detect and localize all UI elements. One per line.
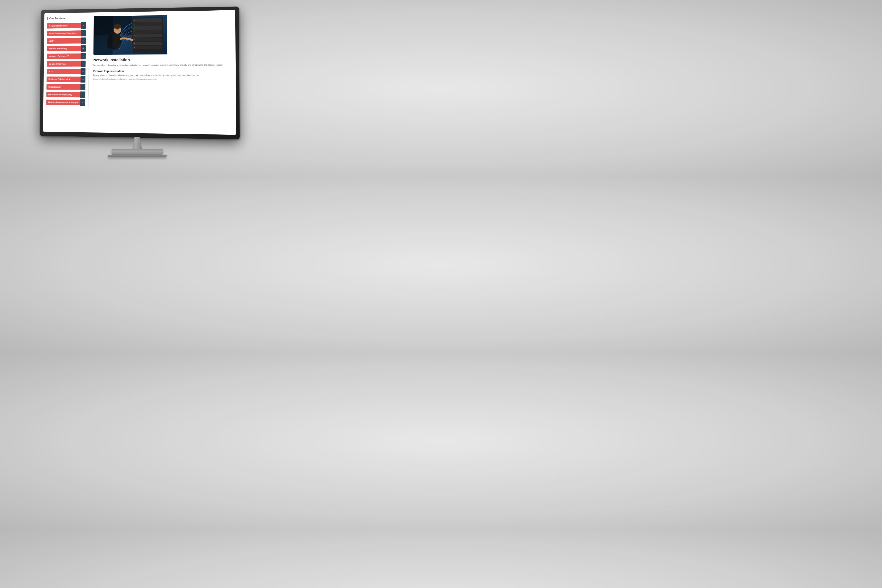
- service-arrow-voip: →: [81, 38, 86, 44]
- stand-neck: [130, 137, 144, 149]
- service-item-pos[interactable]: POS→: [46, 68, 86, 75]
- service-label-onsite-it: On-Site IT Services: [46, 61, 81, 67]
- monitor-container: Our Services Network Installation→Smart …: [34, 8, 240, 168]
- service-arrow-isp-network: →: [80, 92, 85, 98]
- service-label-managed-business: Managed Business IT: [47, 54, 81, 59]
- service-item-isp-network[interactable]: ISP Network Consultancy→: [46, 92, 86, 98]
- service-item-voip[interactable]: VOIP→: [47, 38, 86, 44]
- service-label-network-installation: Network Installation: [47, 23, 81, 28]
- subsection1-title: Firewall Implementation: [93, 70, 231, 73]
- svg-rect-30: [93, 16, 113, 55]
- content-title: Network Installation: [93, 57, 231, 62]
- service-arrow-onsite-it: →: [81, 61, 86, 67]
- svg-rect-4: [133, 22, 162, 26]
- sidebar-title: Our Services: [47, 16, 86, 20]
- service-item-smart-surveillance[interactable]: Smart Surveillance Solutions→: [47, 30, 86, 37]
- service-arrow-business-collaboration: →: [81, 76, 86, 83]
- service-label-website-dev: Website Development & Design: [46, 100, 80, 105]
- svg-rect-10: [133, 45, 162, 49]
- service-item-website-dev[interactable]: Website Development & Design→: [46, 99, 85, 106]
- service-arrow-network-installation: →: [81, 22, 86, 29]
- service-label-network-monitoring: Network Monitoring: [47, 46, 81, 51]
- service-arrow-managed-business: →: [81, 53, 86, 60]
- service-label-cybersecurity: Cybersecurity: [46, 84, 80, 90]
- svg-rect-6: [133, 30, 162, 34]
- content-description: We specialize in designing, implementing…: [93, 63, 231, 67]
- sidebar: Our Services Network Installation→Smart …: [43, 12, 89, 132]
- service-item-cybersecurity[interactable]: Cybersecurity→: [46, 84, 86, 90]
- service-label-isp-network: ISP Network Consultancy: [46, 92, 81, 98]
- service-item-business-collaboration[interactable]: Business Collaboration→: [46, 76, 86, 83]
- service-label-voip: VOIP: [47, 38, 81, 44]
- svg-rect-5: [133, 26, 162, 30]
- subsection1-description: Deploy advanced firewall solutions to sa…: [93, 74, 231, 77]
- service-arrow-website-dev: →: [80, 99, 85, 106]
- screen: Our Services Network Installation→Smart …: [43, 10, 236, 135]
- svg-rect-3: [133, 18, 162, 22]
- service-hero-image: [93, 15, 167, 55]
- service-item-managed-business[interactable]: Managed Business IT→: [47, 53, 86, 60]
- service-arrow-pos: →: [81, 68, 86, 75]
- service-arrow-network-monitoring: →: [81, 45, 86, 52]
- monitor-outer: Our Services Network Installation→Smart …: [40, 6, 240, 140]
- stand-base-bottom: [108, 155, 166, 157]
- svg-rect-31: [131, 16, 133, 54]
- main-content: Network Installation We specialize in de…: [88, 10, 236, 135]
- service-label-business-collaboration: Business Collaboration: [46, 76, 81, 82]
- svg-rect-9: [133, 42, 162, 45]
- sidebar-title-text: Our Services: [50, 16, 66, 20]
- service-item-network-installation[interactable]: Network Installation→: [47, 22, 86, 29]
- svg-rect-8: [133, 38, 162, 41]
- service-arrow-cybersecurity: →: [80, 84, 85, 90]
- subsection1-note: Customize firewall configurations based …: [93, 78, 231, 81]
- service-arrow-smart-surveillance: →: [81, 30, 86, 36]
- screen-content: Our Services Network Installation→Smart …: [43, 10, 236, 135]
- svg-rect-25: [114, 27, 122, 28]
- service-list: Network Installation→Smart Surveillance …: [46, 22, 86, 106]
- service-item-network-monitoring[interactable]: Network Monitoring→: [47, 45, 86, 52]
- service-label-pos: POS: [46, 69, 81, 74]
- svg-rect-7: [133, 34, 162, 38]
- service-label-smart-surveillance: Smart Surveillance Solutions: [47, 30, 81, 36]
- service-item-onsite-it[interactable]: On-Site IT Services→: [46, 61, 86, 67]
- stand-base: [112, 149, 163, 155]
- monitor-bezel: Our Services Network Installation→Smart …: [43, 10, 236, 135]
- monitor-stand: [108, 137, 166, 157]
